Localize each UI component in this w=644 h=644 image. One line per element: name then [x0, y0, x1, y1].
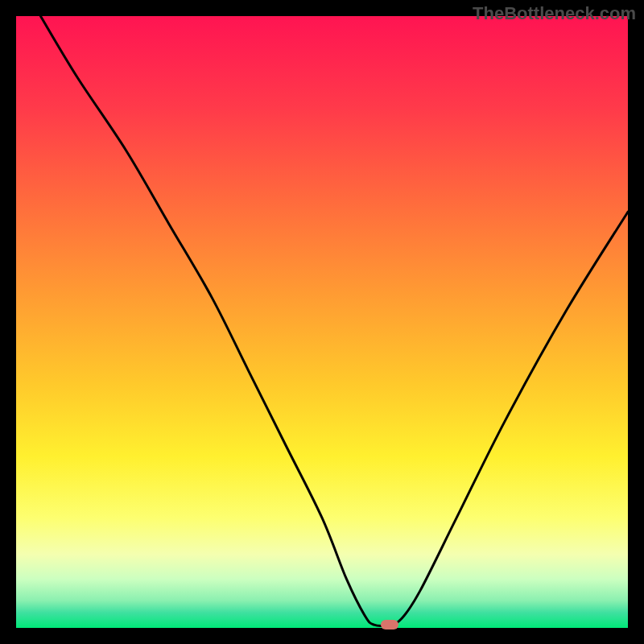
svg-rect-0 [16, 16, 628, 628]
background-gradient [16, 16, 628, 628]
plot-area [16, 16, 628, 628]
chart-frame: TheBottleneck.com [0, 0, 644, 644]
watermark-text: TheBottleneck.com [473, 3, 636, 24]
optimal-point-marker [381, 620, 398, 630]
